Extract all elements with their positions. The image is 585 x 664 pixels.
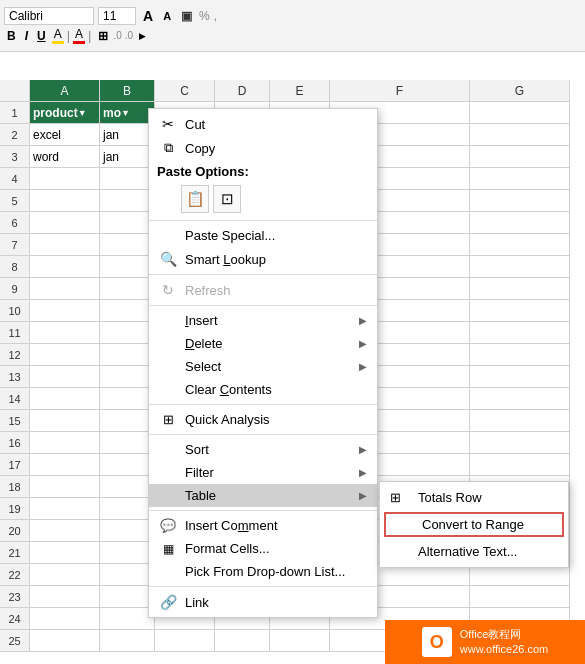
font-size-input[interactable]: [98, 7, 136, 25]
menu-item-clear-contents[interactable]: Clear Contents: [149, 378, 377, 401]
col-header-c[interactable]: C: [155, 80, 215, 102]
submenu-totals-row[interactable]: ⊞ Totals Row: [380, 485, 568, 510]
cell-11-G[interactable]: [470, 322, 570, 344]
cell-16-G[interactable]: [470, 432, 570, 454]
submenu-convert-to-range[interactable]: Convert to Range: [384, 512, 564, 537]
highlight-btn[interactable]: A: [52, 27, 64, 44]
cell-11-B[interactable]: [100, 322, 155, 344]
cell-8-A[interactable]: [30, 256, 100, 278]
cell-4-G[interactable]: [470, 168, 570, 190]
cell-20-A[interactable]: [30, 520, 100, 542]
cell-14-A[interactable]: [30, 388, 100, 410]
cell-10-B[interactable]: [100, 300, 155, 322]
menu-item-format-cells[interactable]: ▦ Format Cells...: [149, 537, 377, 560]
cell-25-E[interactable]: [270, 630, 330, 652]
more-format-button[interactable]: ▸: [136, 28, 148, 44]
menu-item-table[interactable]: Table ▶ ⊞ Totals Row Convert to Range Al…: [149, 484, 377, 507]
menu-item-copy[interactable]: ⧉ Copy: [149, 136, 377, 160]
cell-6-A[interactable]: [30, 212, 100, 234]
cell-18-A[interactable]: [30, 476, 100, 498]
menu-item-refresh[interactable]: ↻ Refresh: [149, 278, 377, 302]
cell-16-B[interactable]: [100, 432, 155, 454]
cell-24-B[interactable]: [100, 608, 155, 630]
cell-25-D[interactable]: [215, 630, 270, 652]
cell-24-A[interactable]: [30, 608, 100, 630]
cell-8-G[interactable]: [470, 256, 570, 278]
cell-15-G[interactable]: [470, 410, 570, 432]
italic-button[interactable]: I: [22, 28, 31, 44]
cell-2-B[interactable]: jan: [100, 124, 155, 146]
cell-25-B[interactable]: [100, 630, 155, 652]
bold-button[interactable]: B: [4, 28, 19, 44]
cell-18-B[interactable]: [100, 476, 155, 498]
cell-13-A[interactable]: [30, 366, 100, 388]
col-header-d[interactable]: D: [215, 80, 270, 102]
cell-6-G[interactable]: [470, 212, 570, 234]
cell-17-A[interactable]: [30, 454, 100, 476]
cell-21-B[interactable]: [100, 542, 155, 564]
cell-2-G[interactable]: [470, 124, 570, 146]
col-header-g[interactable]: G: [470, 80, 570, 102]
menu-item-quick-analysis[interactable]: ⊞ Quick Analysis: [149, 408, 377, 431]
border-button[interactable]: ⊞: [95, 28, 111, 44]
cell-22-A[interactable]: [30, 564, 100, 586]
cell-1-G[interactable]: [470, 102, 570, 124]
cell-4-A[interactable]: [30, 168, 100, 190]
cell-17-B[interactable]: [100, 454, 155, 476]
underline-button[interactable]: U: [34, 28, 49, 44]
menu-item-select[interactable]: Select ▶: [149, 355, 377, 378]
col-header-f[interactable]: F: [330, 80, 470, 102]
cell-23-A[interactable]: [30, 586, 100, 608]
cell-3-B[interactable]: jan: [100, 146, 155, 168]
cell-3-A[interactable]: word: [30, 146, 100, 168]
cell-14-G[interactable]: [470, 388, 570, 410]
cell-20-B[interactable]: [100, 520, 155, 542]
cell-9-G[interactable]: [470, 278, 570, 300]
cell-8-B[interactable]: [100, 256, 155, 278]
cell-16-A[interactable]: [30, 432, 100, 454]
cell-21-A[interactable]: [30, 542, 100, 564]
cell-9-A[interactable]: [30, 278, 100, 300]
cell-12-B[interactable]: [100, 344, 155, 366]
submenu-alternative-text[interactable]: Alternative Text...: [380, 539, 568, 564]
menu-item-cut[interactable]: ✂ Cut: [149, 112, 377, 136]
cell-5-A[interactable]: [30, 190, 100, 212]
menu-item-sort[interactable]: Sort ▶: [149, 438, 377, 461]
col-header-e[interactable]: E: [270, 80, 330, 102]
menu-item-insert[interactable]: Insert ▶: [149, 309, 377, 332]
cell-17-G[interactable]: [470, 454, 570, 476]
cell-7-G[interactable]: [470, 234, 570, 256]
shrink-font-button[interactable]: A: [160, 9, 174, 23]
cell-13-B[interactable]: [100, 366, 155, 388]
col-header-a[interactable]: A: [30, 80, 100, 102]
cell-11-A[interactable]: [30, 322, 100, 344]
col-header-b[interactable]: B: [100, 80, 155, 102]
cell-19-B[interactable]: [100, 498, 155, 520]
cell-15-B[interactable]: [100, 410, 155, 432]
cell-25-C[interactable]: [155, 630, 215, 652]
menu-item-smart-lookup[interactable]: 🔍 Smart Lookup: [149, 247, 377, 271]
cell-9-B[interactable]: [100, 278, 155, 300]
cell-5-G[interactable]: [470, 190, 570, 212]
cell-4-B[interactable]: [100, 168, 155, 190]
cell-23-B[interactable]: [100, 586, 155, 608]
menu-item-link[interactable]: 🔗 Link: [149, 590, 377, 614]
menu-item-filter[interactable]: Filter ▶: [149, 461, 377, 484]
format-button[interactable]: ▣: [178, 8, 195, 24]
cell-14-B[interactable]: [100, 388, 155, 410]
cell-12-A[interactable]: [30, 344, 100, 366]
cell-7-B[interactable]: [100, 234, 155, 256]
menu-item-pick-from-list[interactable]: Pick From Drop-down List...: [149, 560, 377, 583]
cell-19-A[interactable]: [30, 498, 100, 520]
cell-1-B[interactable]: mo ▼: [100, 102, 155, 124]
cell-23-G[interactable]: [470, 586, 570, 608]
menu-item-paste-special[interactable]: Paste Special...: [149, 224, 377, 247]
cell-6-B[interactable]: [100, 212, 155, 234]
menu-item-delete[interactable]: Delete ▶: [149, 332, 377, 355]
cell-5-B[interactable]: [100, 190, 155, 212]
cell-7-A[interactable]: [30, 234, 100, 256]
cell-25-A[interactable]: [30, 630, 100, 652]
font-name-input[interactable]: [4, 7, 94, 25]
cell-13-G[interactable]: [470, 366, 570, 388]
cell-2-A[interactable]: excel: [30, 124, 100, 146]
